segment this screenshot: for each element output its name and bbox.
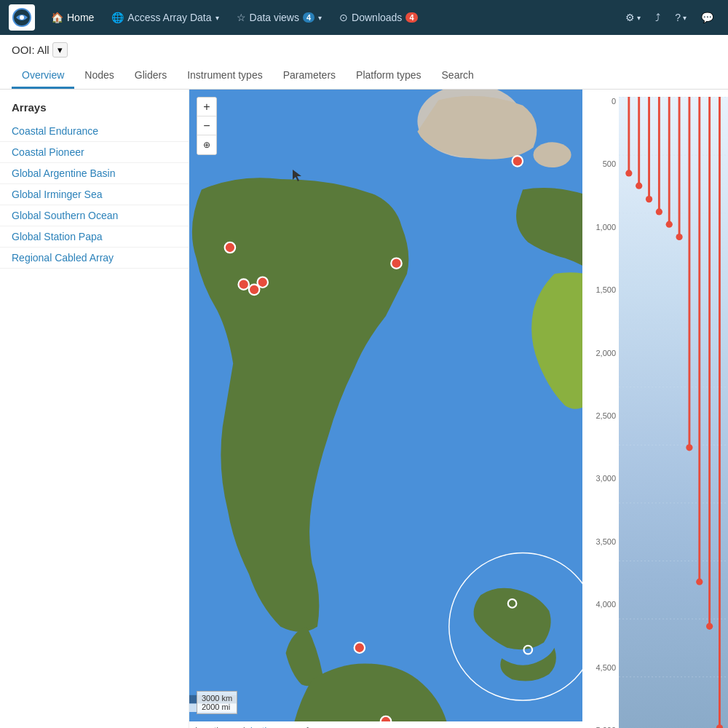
share-icon: ⤴ <box>655 12 660 23</box>
svg-point-1 <box>20 15 24 20</box>
zoom-in-btn[interactable]: + <box>197 98 216 116</box>
home-icon: 🏠 <box>51 12 63 23</box>
tab-instrument-types[interactable]: Instrument types <box>177 63 273 89</box>
svg-point-39 <box>716 724 723 728</box>
svg-point-35 <box>696 579 703 585</box>
depth-label-3500: 3,500 <box>582 537 616 546</box>
depth-axis: 0 500 1,000 1,500 2,000 2,500 3,000 3,50… <box>582 90 619 728</box>
map-caption: Location and depth ranges of arrays <box>189 721 582 728</box>
svg-point-13 <box>355 643 365 653</box>
svg-point-14 <box>258 277 268 288</box>
sidebar-item-global-argentine[interactable]: Global Argentine Basin <box>0 163 189 184</box>
gear-icon: ⚙ <box>625 12 635 23</box>
map-container[interactable]: + − ⊕ 3000 km 2000 mi <box>189 90 582 721</box>
svg-point-31 <box>676 234 682 240</box>
sidebar-item-global-southern[interactable]: Global Southern Ocean <box>0 205 189 226</box>
map-area: + − ⊕ 3000 km 2000 mi Location and depth… <box>189 90 582 728</box>
map-zoom-controls: + − ⊕ <box>197 97 217 155</box>
chevron-down-icon-2: ▾ <box>318 14 322 22</box>
tab-nodes[interactable]: Nodes <box>74 63 124 89</box>
downloads-nav[interactable]: ⊙ Downloads 4 <box>332 7 424 28</box>
svg-point-8 <box>225 242 235 253</box>
settings-nav[interactable]: ⚙ ▾ <box>620 7 646 28</box>
zoom-out-btn[interactable]: − <box>197 116 216 135</box>
download-icon: ⊙ <box>339 12 348 23</box>
sidebar-title: Arrays <box>0 101 189 121</box>
depth-label-3000: 3,000 <box>582 474 616 483</box>
downloads-badge: 4 <box>405 12 417 23</box>
zoom-reset-btn[interactable]: ⊕ <box>197 135 216 154</box>
depth-label-500: 500 <box>582 159 616 168</box>
access-array-nav[interactable]: 🌐 Access Array Data ▾ <box>104 7 226 28</box>
tab-parameters[interactable]: Parameters <box>273 63 346 89</box>
depth-label-4500: 4,500 <box>582 663 616 672</box>
svg-point-23 <box>636 183 642 189</box>
svg-point-9 <box>391 258 401 268</box>
help-icon: ? <box>675 12 681 23</box>
navbar: 🏠 Home 🌐 Access Array Data ▾ ☆ Data view… <box>0 0 728 35</box>
svg-point-37 <box>706 623 713 630</box>
depth-label-2500: 2,500 <box>582 411 616 420</box>
chat-icon: 💬 <box>701 12 713 23</box>
depth-label-2000: 2,000 <box>582 349 616 357</box>
svg-point-7 <box>513 156 523 166</box>
scale-bar: 3000 km 2000 mi <box>197 691 237 714</box>
data-views-badge: 4 <box>303 12 314 23</box>
subheader: OOI: All ▾ Overview Nodes Gliders Instru… <box>0 35 728 90</box>
svg-point-33 <box>686 444 692 451</box>
tab-search[interactable]: Search <box>432 63 484 89</box>
ooi-selector: OOI: All ▾ <box>12 42 716 58</box>
depth-label-4000: 4,000 <box>582 600 616 609</box>
main-content: Arrays Coastal Endurance Coastal Pioneer… <box>0 90 728 728</box>
svg-point-12 <box>381 716 391 721</box>
help-nav[interactable]: ? ▾ <box>669 7 692 28</box>
ooi-label: OOI: All <box>12 44 50 56</box>
svg-point-21 <box>625 170 632 176</box>
sidebar-item-regional-cabled[interactable]: Regional Cabled Array <box>0 248 189 269</box>
tab-bar: Overview Nodes Gliders Instrument types … <box>12 63 716 89</box>
scale-2000: 2000 mi <box>202 703 232 711</box>
chevron-down-icon-4: ▾ <box>683 14 687 22</box>
chevron-down-icon-3: ▾ <box>637 14 641 22</box>
depth-label-1000: 1,000 <box>582 223 616 232</box>
svg-point-27 <box>656 208 662 215</box>
sidebar-item-coastal-pioneer[interactable]: Coastal Pioneer <box>0 142 189 163</box>
star-icon: ☆ <box>237 12 246 23</box>
tab-gliders[interactable]: Gliders <box>124 63 177 89</box>
depth-label-0: 0 <box>582 97 616 106</box>
sidebar: Arrays Coastal Endurance Coastal Pioneer… <box>0 90 189 728</box>
sidebar-item-coastal-endurance[interactable]: Coastal Endurance <box>0 121 189 142</box>
data-views-nav[interactable]: ☆ Data views 4 ▾ <box>229 7 330 28</box>
svg-point-29 <box>666 221 673 228</box>
chevron-down-icon: ▾ <box>215 14 219 22</box>
ooi-logo <box>9 4 35 31</box>
ooi-dropdown-btn[interactable]: ▾ <box>52 42 68 58</box>
sidebar-item-global-irminger[interactable]: Global Irminger Sea <box>0 184 189 205</box>
sidebar-item-global-station[interactable]: Global Station Papa <box>0 226 189 248</box>
svg-point-10 <box>238 279 248 289</box>
depth-chart: 0 500 1,000 1,500 2,000 2,500 3,000 3,50… <box>582 90 728 728</box>
chat-nav[interactable]: 💬 <box>695 7 719 28</box>
svg-point-4 <box>534 142 571 167</box>
tab-overview[interactable]: Overview <box>12 63 74 89</box>
svg-point-25 <box>646 196 652 202</box>
share-nav[interactable]: ⤴ <box>649 7 666 28</box>
globe-icon: 🌐 <box>111 12 124 23</box>
tab-platform-types[interactable]: Platform types <box>346 63 431 89</box>
home-nav[interactable]: 🏠 Home <box>44 7 101 28</box>
scale-3000: 3000 km <box>202 694 232 703</box>
depth-label-1500: 1,500 <box>582 285 616 294</box>
